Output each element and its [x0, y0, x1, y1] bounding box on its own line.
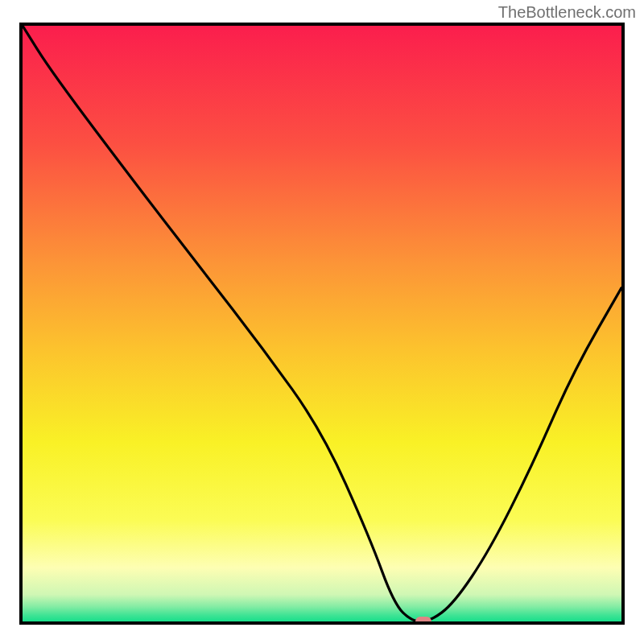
chart-background-gradient: [23, 26, 621, 621]
chart-marker: [415, 617, 431, 625]
svg-rect-0: [23, 26, 621, 621]
chart-frame: [19, 23, 625, 625]
watermark-text: TheBottleneck.com: [498, 3, 636, 22]
